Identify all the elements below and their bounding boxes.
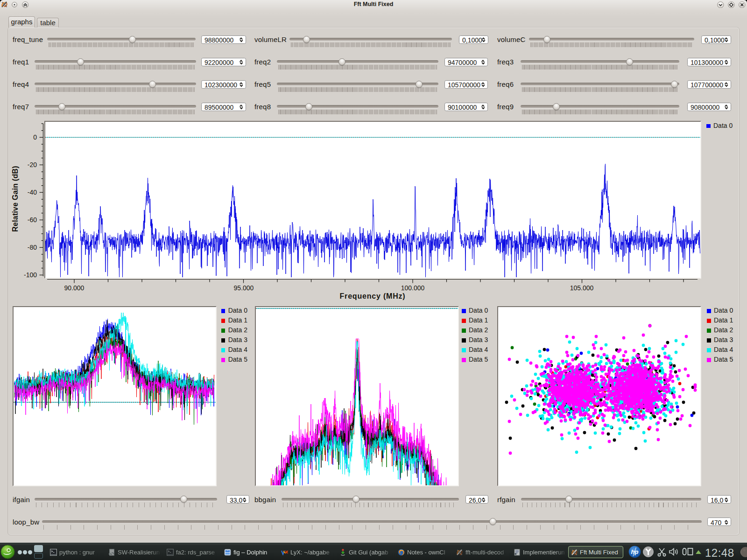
svg-text:Relative Gain (dB): Relative Gain (dB) (11, 166, 19, 231)
